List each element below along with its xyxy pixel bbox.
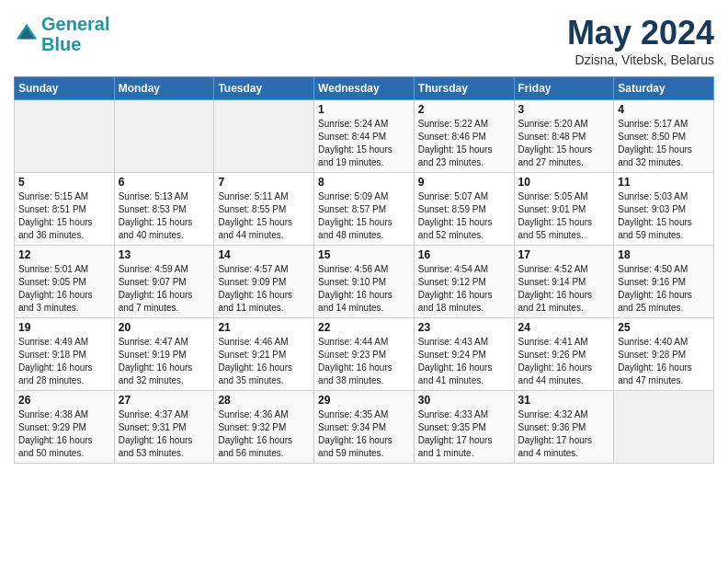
weekday-header-saturday: Saturday: [614, 77, 714, 100]
calendar-cell: 30Sunrise: 4:33 AM Sunset: 9:35 PM Dayli…: [414, 391, 514, 464]
calendar-cell: [214, 100, 314, 173]
day-number: 14: [218, 248, 310, 261]
calendar-cell: [15, 100, 115, 173]
day-number: 1: [318, 103, 410, 116]
day-info: Sunrise: 5:05 AM Sunset: 9:01 PM Dayligh…: [518, 190, 610, 242]
day-number: 16: [418, 248, 510, 261]
day-number: 4: [618, 103, 710, 116]
day-info: Sunrise: 4:43 AM Sunset: 9:24 PM Dayligh…: [418, 336, 510, 387]
day-number: 20: [119, 321, 210, 334]
day-info: Sunrise: 5:24 AM Sunset: 8:44 PM Dayligh…: [318, 118, 410, 169]
title-block: May 2024 Dzisna, Vitebsk, Belarus: [567, 14, 714, 67]
day-info: Sunrise: 5:15 AM Sunset: 8:51 PM Dayligh…: [18, 190, 110, 242]
calendar-cell: 2Sunrise: 5:22 AM Sunset: 8:46 PM Daylig…: [414, 100, 514, 173]
calendar-cell: 1Sunrise: 5:24 AM Sunset: 8:44 PM Daylig…: [314, 100, 415, 173]
month-title: May 2024: [567, 14, 714, 52]
week-row-2: 5Sunrise: 5:15 AM Sunset: 8:51 PM Daylig…: [15, 173, 714, 246]
day-number: 19: [18, 321, 110, 334]
logo-icon: [14, 21, 40, 47]
weekday-header-friday: Friday: [514, 77, 614, 100]
week-row-4: 19Sunrise: 4:49 AM Sunset: 9:18 PM Dayli…: [15, 318, 714, 391]
calendar-cell: 29Sunrise: 4:35 AM Sunset: 9:34 PM Dayli…: [314, 391, 415, 464]
weekday-header-sunday: Sunday: [15, 77, 115, 100]
day-number: 9: [418, 176, 510, 189]
day-info: Sunrise: 4:49 AM Sunset: 9:18 PM Dayligh…: [18, 336, 110, 387]
day-info: Sunrise: 4:37 AM Sunset: 9:31 PM Dayligh…: [119, 408, 210, 460]
calendar-cell: 8Sunrise: 5:09 AM Sunset: 8:57 PM Daylig…: [314, 173, 415, 246]
logo-text: General Blue: [41, 14, 109, 54]
day-info: Sunrise: 4:46 AM Sunset: 9:21 PM Dayligh…: [218, 336, 310, 387]
location: Dzisna, Vitebsk, Belarus: [567, 52, 714, 67]
calendar-cell: 9Sunrise: 5:07 AM Sunset: 8:59 PM Daylig…: [414, 173, 514, 246]
day-number: 6: [119, 176, 210, 189]
calendar-cell: 25Sunrise: 4:40 AM Sunset: 9:28 PM Dayli…: [614, 318, 714, 391]
day-info: Sunrise: 4:54 AM Sunset: 9:12 PM Dayligh…: [418, 263, 510, 315]
day-number: 2: [418, 103, 510, 116]
day-info: Sunrise: 5:01 AM Sunset: 9:05 PM Dayligh…: [18, 263, 110, 315]
weekday-header-tuesday: Tuesday: [214, 77, 314, 100]
day-info: Sunrise: 5:22 AM Sunset: 8:46 PM Dayligh…: [418, 118, 510, 169]
day-number: 7: [218, 176, 310, 189]
week-row-3: 12Sunrise: 5:01 AM Sunset: 9:05 PM Dayli…: [15, 246, 714, 318]
weekday-header-wednesday: Wednesday: [314, 77, 415, 100]
day-info: Sunrise: 5:20 AM Sunset: 8:48 PM Dayligh…: [518, 118, 610, 169]
calendar-cell: 11Sunrise: 5:03 AM Sunset: 9:03 PM Dayli…: [614, 173, 714, 246]
day-info: Sunrise: 4:41 AM Sunset: 9:26 PM Dayligh…: [518, 336, 610, 387]
calendar-cell: 12Sunrise: 5:01 AM Sunset: 9:05 PM Dayli…: [15, 246, 115, 318]
day-number: 8: [318, 176, 410, 189]
day-number: 24: [518, 321, 610, 334]
calendar-cell: 5Sunrise: 5:15 AM Sunset: 8:51 PM Daylig…: [15, 173, 115, 246]
day-info: Sunrise: 4:50 AM Sunset: 9:16 PM Dayligh…: [618, 263, 710, 315]
weekday-header-monday: Monday: [114, 77, 214, 100]
calendar-cell: 18Sunrise: 4:50 AM Sunset: 9:16 PM Dayli…: [614, 246, 714, 318]
calendar-cell: 27Sunrise: 4:37 AM Sunset: 9:31 PM Dayli…: [114, 391, 214, 464]
calendar-cell: 10Sunrise: 5:05 AM Sunset: 9:01 PM Dayli…: [514, 173, 614, 246]
day-info: Sunrise: 4:32 AM Sunset: 9:36 PM Dayligh…: [518, 408, 610, 460]
calendar-cell: 22Sunrise: 4:44 AM Sunset: 9:23 PM Dayli…: [314, 318, 415, 391]
day-number: 27: [119, 394, 210, 407]
day-info: Sunrise: 4:44 AM Sunset: 9:23 PM Dayligh…: [318, 336, 410, 387]
day-number: 5: [18, 176, 110, 189]
week-row-1: 1Sunrise: 5:24 AM Sunset: 8:44 PM Daylig…: [15, 100, 714, 173]
day-info: Sunrise: 4:33 AM Sunset: 9:35 PM Dayligh…: [418, 408, 510, 460]
calendar-cell: 19Sunrise: 4:49 AM Sunset: 9:18 PM Dayli…: [15, 318, 115, 391]
calendar-cell: 17Sunrise: 4:52 AM Sunset: 9:14 PM Dayli…: [514, 246, 614, 318]
day-number: 17: [518, 248, 610, 261]
day-number: 30: [418, 394, 510, 407]
calendar-cell: 16Sunrise: 4:54 AM Sunset: 9:12 PM Dayli…: [414, 246, 514, 318]
calendar-cell: 20Sunrise: 4:47 AM Sunset: 9:19 PM Dayli…: [114, 318, 214, 391]
day-number: 21: [218, 321, 310, 334]
calendar-cell: 7Sunrise: 5:11 AM Sunset: 8:55 PM Daylig…: [214, 173, 314, 246]
weekday-header-row: SundayMondayTuesdayWednesdayThursdayFrid…: [15, 77, 714, 100]
calendar-cell: 6Sunrise: 5:13 AM Sunset: 8:53 PM Daylig…: [114, 173, 214, 246]
weekday-header-thursday: Thursday: [414, 77, 514, 100]
day-number: 15: [318, 248, 410, 261]
day-info: Sunrise: 4:59 AM Sunset: 9:07 PM Dayligh…: [119, 263, 210, 315]
calendar-cell: 4Sunrise: 5:17 AM Sunset: 8:50 PM Daylig…: [614, 100, 714, 173]
day-info: Sunrise: 4:57 AM Sunset: 9:09 PM Dayligh…: [218, 263, 310, 315]
logo: General Blue: [14, 14, 109, 54]
day-info: Sunrise: 5:09 AM Sunset: 8:57 PM Dayligh…: [318, 190, 410, 242]
calendar-cell: 31Sunrise: 4:32 AM Sunset: 9:36 PM Dayli…: [514, 391, 614, 464]
calendar-cell: 23Sunrise: 4:43 AM Sunset: 9:24 PM Dayli…: [414, 318, 514, 391]
day-info: Sunrise: 5:03 AM Sunset: 9:03 PM Dayligh…: [618, 190, 710, 242]
day-info: Sunrise: 4:52 AM Sunset: 9:14 PM Dayligh…: [518, 263, 610, 315]
calendar-cell: 13Sunrise: 4:59 AM Sunset: 9:07 PM Dayli…: [114, 246, 214, 318]
day-number: 10: [518, 176, 610, 189]
day-number: 11: [618, 176, 710, 189]
day-number: 13: [119, 248, 210, 261]
day-info: Sunrise: 4:47 AM Sunset: 9:19 PM Dayligh…: [119, 336, 210, 387]
calendar-cell: 28Sunrise: 4:36 AM Sunset: 9:32 PM Dayli…: [214, 391, 314, 464]
calendar-cell: 26Sunrise: 4:38 AM Sunset: 9:29 PM Dayli…: [15, 391, 115, 464]
day-info: Sunrise: 5:07 AM Sunset: 8:59 PM Dayligh…: [418, 190, 510, 242]
day-number: 23: [418, 321, 510, 334]
day-number: 25: [618, 321, 710, 334]
day-info: Sunrise: 4:38 AM Sunset: 9:29 PM Dayligh…: [18, 408, 110, 460]
calendar-cell: 24Sunrise: 4:41 AM Sunset: 9:26 PM Dayli…: [514, 318, 614, 391]
day-number: 31: [518, 394, 610, 407]
calendar-cell: 3Sunrise: 5:20 AM Sunset: 8:48 PM Daylig…: [514, 100, 614, 173]
day-number: 28: [218, 394, 310, 407]
day-number: 22: [318, 321, 410, 334]
day-info: Sunrise: 5:11 AM Sunset: 8:55 PM Dayligh…: [218, 190, 310, 242]
day-info: Sunrise: 4:35 AM Sunset: 9:34 PM Dayligh…: [318, 408, 410, 460]
